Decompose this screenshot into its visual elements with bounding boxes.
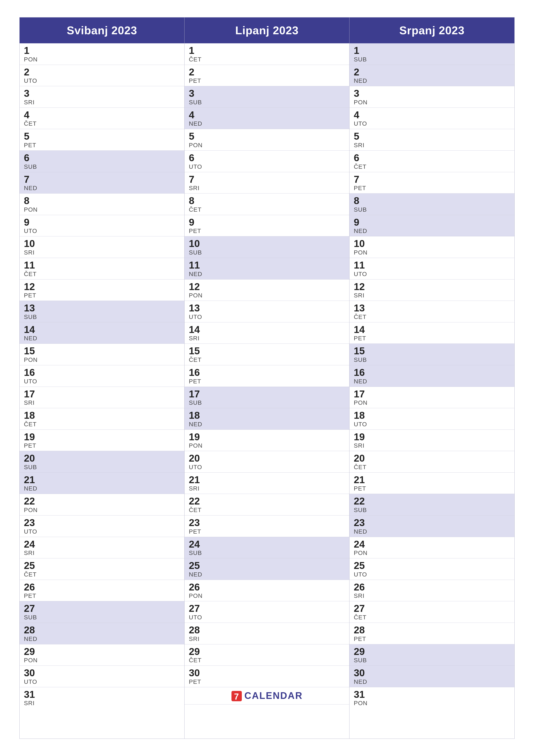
day-name: UTO	[354, 271, 510, 278]
day-name: SUB	[354, 507, 510, 514]
day-number: 11	[24, 260, 180, 271]
day-row: 25NED	[185, 558, 349, 580]
day-name: UTO	[354, 120, 510, 127]
day-number: 29	[354, 646, 510, 657]
day-row: 26PET	[20, 580, 184, 602]
day-number: 27	[354, 603, 510, 614]
day-number: 18	[189, 410, 345, 421]
day-row: 22PON	[20, 494, 184, 516]
day-name: NED	[189, 421, 345, 428]
day-name: NED	[24, 335, 180, 342]
day-name: NED	[354, 378, 510, 385]
day-row: 19PET	[20, 430, 184, 451]
day-number: 14	[189, 324, 345, 335]
day-number: 14	[354, 324, 510, 335]
day-row: 26SRI	[349, 580, 514, 602]
day-name: NED	[354, 77, 510, 84]
day-number: 28	[354, 625, 510, 635]
day-row: 9NED	[349, 215, 514, 237]
day-row: 3PON	[349, 86, 514, 108]
day-name: PON	[189, 142, 345, 149]
day-row: 12PON	[185, 280, 349, 301]
day-name: SRI	[354, 442, 510, 449]
day-name: PET	[354, 335, 510, 342]
day-number: 13	[354, 303, 510, 313]
day-number: 4	[189, 109, 345, 121]
day-row: 7SRI	[185, 172, 349, 194]
day-number: 12	[189, 281, 345, 292]
day-number: 3	[24, 88, 180, 99]
day-number: 16	[24, 367, 180, 378]
day-row: 22SUB	[349, 494, 514, 516]
day-name: SUB	[189, 399, 345, 406]
day-name: NED	[24, 635, 180, 642]
day-name: PON	[354, 99, 510, 106]
day-number: 11	[354, 260, 510, 271]
day-number: 19	[189, 431, 345, 443]
day-name: SUB	[24, 313, 180, 320]
day-row: 15ČET	[185, 344, 349, 365]
day-number: 30	[354, 667, 510, 678]
day-name: UTO	[24, 378, 180, 385]
day-name: SUB	[354, 357, 510, 363]
day-name: NED	[354, 528, 510, 535]
day-row: 28SRI	[185, 623, 349, 644]
day-name: PET	[24, 292, 180, 299]
day-row: 30NED	[349, 666, 514, 687]
day-number: 13	[189, 303, 345, 313]
day-row: 9UTO	[20, 215, 184, 237]
day-number: 2	[354, 67, 510, 78]
day-number: 21	[189, 474, 345, 485]
day-name: NED	[354, 228, 510, 234]
day-name: ČET	[189, 507, 345, 514]
day-row: 28PET	[349, 623, 514, 644]
day-name: ČET	[354, 464, 510, 471]
day-name: ČET	[189, 657, 345, 664]
day-name: UTO	[354, 421, 510, 428]
day-row: 27ČET	[349, 601, 514, 623]
day-row: 23UTO	[20, 516, 184, 537]
day-name: SRI	[24, 99, 180, 106]
day-row: 18NED	[185, 408, 349, 430]
day-row: 13ČET	[349, 301, 514, 322]
day-name: UTO	[189, 313, 345, 320]
day-number: 12	[24, 281, 180, 292]
day-name: SUB	[24, 614, 180, 621]
month-header-1: Svibanj 2023	[20, 17, 184, 43]
day-number: 21	[354, 474, 510, 485]
day-number: 6	[354, 152, 510, 163]
day-number: 25	[354, 560, 510, 571]
page: Svibanj 20231PON2UTO3SRI4ČET5PET6SUB7NED…	[0, 0, 534, 756]
day-row: 22ČET	[185, 494, 349, 516]
day-number: 21	[24, 474, 180, 485]
day-number: 20	[189, 453, 345, 464]
month-col-1: Svibanj 20231PON2UTO3SRI4ČET5PET6SUB7NED…	[20, 17, 185, 739]
day-number: 20	[24, 453, 180, 464]
day-row: 27UTO	[185, 601, 349, 623]
day-row: 4NED	[185, 108, 349, 129]
day-name: PET	[354, 485, 510, 492]
day-row: 5SRI	[349, 129, 514, 150]
day-name: PON	[24, 507, 180, 514]
day-number: 29	[24, 646, 180, 657]
month-col-2: Lipanj 20231ČET2PET3SUB4NED5PON6UTO7SRI8…	[185, 17, 349, 739]
day-row: 29SUB	[349, 644, 514, 666]
day-number: 4	[24, 109, 180, 121]
day-row: 14PET	[349, 322, 514, 344]
day-number: 10	[354, 238, 510, 249]
day-number: 28	[189, 625, 345, 635]
day-row: 23NED	[349, 516, 514, 537]
day-row: 29ČET	[185, 644, 349, 666]
day-name: PET	[189, 228, 345, 234]
day-number: 31	[354, 689, 510, 700]
day-name: PON	[24, 206, 180, 213]
day-name: PET	[24, 442, 180, 449]
day-name: PET	[189, 678, 345, 685]
day-name: SUB	[24, 163, 180, 170]
day-number: 8	[354, 195, 510, 206]
day-row: 15SUB	[349, 344, 514, 365]
day-row: 12SRI	[349, 280, 514, 301]
day-number: 7	[24, 174, 180, 185]
day-name: SUB	[189, 99, 345, 106]
day-number: 7	[189, 174, 345, 185]
